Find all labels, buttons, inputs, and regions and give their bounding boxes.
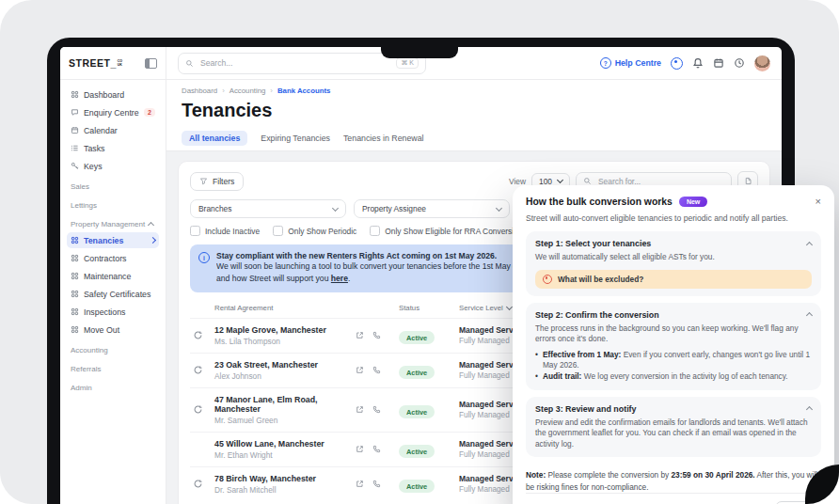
status-badge: Active bbox=[399, 405, 435, 418]
tab-tenancies-in-renewal[interactable]: Tenancies in Renewal bbox=[343, 130, 424, 150]
step-1-card: Step 1: Select your tenancies We will au… bbox=[526, 231, 821, 296]
clock-icon[interactable] bbox=[734, 57, 745, 69]
sidebar-item-label: Tasks bbox=[84, 144, 105, 153]
chevron-up-icon bbox=[806, 406, 813, 413]
phone-icon[interactable] bbox=[372, 405, 381, 414]
step-1-header[interactable]: Step 1: Select your tenancies bbox=[535, 239, 812, 248]
topbar: ⌘ K ? Help Centre bbox=[166, 47, 782, 80]
grid-icon bbox=[71, 272, 79, 280]
breadcrumb-bank-accounts[interactable]: Bank Accounts bbox=[277, 87, 330, 95]
popover-subtitle: Street will auto-convert eligible tenanc… bbox=[526, 213, 821, 223]
chevron-up-icon bbox=[148, 222, 154, 228]
user-avatar[interactable] bbox=[754, 55, 770, 71]
renewal-refresh-icon[interactable] bbox=[193, 404, 203, 415]
grid-icon bbox=[71, 290, 79, 298]
checkbox-only-show-periodic[interactable]: Only Show Periodic bbox=[273, 226, 356, 236]
renewal-refresh-icon[interactable] bbox=[193, 479, 203, 489]
funnel-icon bbox=[199, 177, 208, 185]
sidebar-item-tasks[interactable]: Tasks bbox=[67, 140, 159, 156]
external-link-icon[interactable] bbox=[356, 445, 364, 453]
external-link-icon[interactable] bbox=[356, 331, 364, 339]
sidebar-section-accounting[interactable]: Accounting bbox=[67, 339, 159, 358]
tab-expiring-tenancies[interactable]: Expiring Tenancies bbox=[261, 130, 330, 150]
sidebar-item-safety-certificates[interactable]: Safety Certificates bbox=[67, 286, 159, 302]
sidebar-item-maintenance[interactable]: Maintenance bbox=[67, 268, 159, 284]
breadcrumb-accounting[interactable]: Accounting bbox=[230, 87, 266, 95]
phone-icon[interactable] bbox=[372, 331, 381, 339]
sidebar-item-calendar[interactable]: Calendar bbox=[67, 122, 159, 138]
external-link-icon[interactable] bbox=[356, 366, 364, 374]
page-title: Tenancies bbox=[166, 98, 782, 130]
checkbox-include-inactive[interactable]: Include Inactive bbox=[190, 226, 260, 236]
page-background: STREET_ COUK Dashboard Enquiry Centre 2 bbox=[0, 0, 839, 504]
banner-here-link[interactable]: here bbox=[331, 274, 348, 283]
renewal-refresh-icon[interactable] bbox=[193, 365, 203, 375]
checkbox-only-show-eligible-rra[interactable]: Only Show Eligible for RRA Conversion bbox=[370, 226, 522, 236]
search-icon bbox=[185, 59, 194, 68]
checkbox-icon bbox=[370, 226, 380, 236]
checkbox-icon bbox=[273, 226, 283, 236]
chevron-down-icon bbox=[506, 304, 513, 310]
breadcrumb-dashboard[interactable]: Dashboard bbox=[182, 87, 217, 95]
status-badge: Active bbox=[399, 366, 435, 379]
sidebar-item-label: Tenancies bbox=[84, 236, 123, 245]
sidebar-section-admin[interactable]: Admin bbox=[67, 377, 159, 396]
external-link-icon[interactable] bbox=[356, 480, 364, 488]
property-assignee-dropdown[interactable]: Property Assignee bbox=[354, 199, 510, 218]
record-target-icon[interactable] bbox=[671, 57, 683, 70]
status-badge: Active bbox=[399, 480, 435, 493]
status-badge: Active bbox=[399, 445, 435, 458]
tab-all-tenancies[interactable]: All tenancies bbox=[182, 131, 247, 150]
sidebar-item-move-out[interactable]: Move Out bbox=[67, 322, 159, 338]
sidebar-item-contractors[interactable]: Contractors bbox=[67, 250, 159, 266]
step-3-card: Step 3: Review and notify Preview and ed… bbox=[526, 397, 821, 458]
document-icon bbox=[744, 177, 752, 185]
sidebar-section-lettings[interactable]: Lettings bbox=[67, 195, 159, 213]
phone-icon[interactable] bbox=[372, 445, 381, 453]
step-3-header[interactable]: Step 3: Review and notify bbox=[535, 404, 812, 414]
sidebar-collapse-icon[interactable] bbox=[145, 58, 157, 69]
help-centre-button[interactable]: ? Help Centre bbox=[600, 57, 661, 69]
target-icon bbox=[543, 275, 552, 284]
sidebar-item-keys[interactable]: Keys bbox=[67, 158, 159, 174]
list-icon bbox=[71, 144, 79, 152]
sidebar-item-label: Move Out bbox=[84, 325, 119, 335]
branches-dropdown[interactable]: Branches bbox=[190, 199, 346, 218]
view-label: View bbox=[509, 177, 526, 186]
sidebar-item-enquiry-centre[interactable]: Enquiry Centre 2 bbox=[67, 104, 159, 120]
sidebar-item-inspections[interactable]: Inspections bbox=[67, 304, 159, 320]
sidebar-section-sales[interactable]: Sales bbox=[67, 176, 159, 195]
enquiry-count-badge: 2 bbox=[144, 108, 155, 117]
sidebar-section-property-management[interactable]: Property Management bbox=[67, 213, 159, 232]
status-badge: Active bbox=[399, 331, 435, 344]
external-link-icon[interactable] bbox=[356, 405, 364, 414]
global-search-input[interactable] bbox=[198, 57, 391, 69]
step-2-header[interactable]: Step 2: Confirm the conversion bbox=[535, 310, 812, 320]
sidebar-item-label: Safety Certificates bbox=[84, 290, 150, 299]
popover-footer: Read more about the changes Got it bbox=[526, 493, 821, 504]
chevron-down-icon bbox=[557, 177, 563, 183]
phone-icon[interactable] bbox=[372, 366, 381, 374]
excluded-callout[interactable]: What will be excluded? bbox=[535, 270, 812, 289]
sidebar-section-referrals[interactable]: Referrals bbox=[67, 358, 159, 377]
grid-icon bbox=[71, 90, 79, 99]
close-icon[interactable]: × bbox=[815, 197, 821, 207]
sidebar-item-tenancies[interactable]: Tenancies bbox=[67, 232, 159, 248]
bell-icon[interactable] bbox=[692, 57, 704, 69]
sidebar-item-label: Enquiry Centre bbox=[84, 108, 139, 118]
keyboard-shortcut: ⌘ K bbox=[396, 57, 419, 69]
chat-icon bbox=[71, 108, 79, 117]
phone-icon[interactable] bbox=[372, 480, 381, 488]
filters-button[interactable]: Filters bbox=[190, 172, 244, 191]
calendar-icon[interactable] bbox=[713, 57, 724, 69]
grid-icon bbox=[71, 325, 79, 334]
laptop-notch bbox=[381, 47, 458, 58]
renewal-refresh-icon[interactable] bbox=[193, 330, 203, 340]
sidebar-item-dashboard[interactable]: Dashboard bbox=[67, 87, 159, 102]
deadline-note: Note: Please complete the conversion by … bbox=[526, 469, 821, 492]
question-circle-icon: ? bbox=[600, 57, 611, 69]
col-status: Status bbox=[399, 304, 459, 312]
grid-icon bbox=[71, 254, 79, 262]
chevron-up-icon bbox=[806, 312, 813, 319]
chevron-down-icon bbox=[496, 204, 502, 211]
